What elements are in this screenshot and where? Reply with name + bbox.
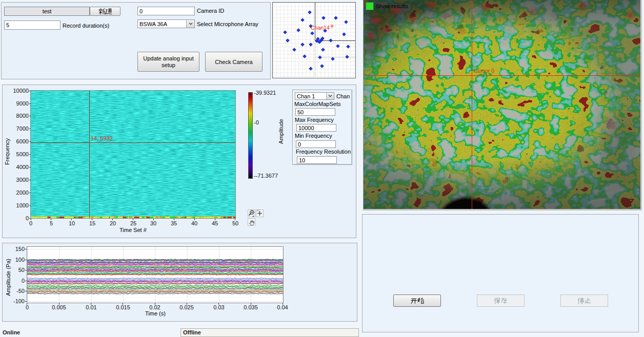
svg-text:14, 5932: 14, 5932: [91, 135, 113, 141]
svg-text:Cursor 0: Cursor 0: [474, 68, 494, 74]
svg-text:Chan14: Chan14: [311, 25, 330, 31]
